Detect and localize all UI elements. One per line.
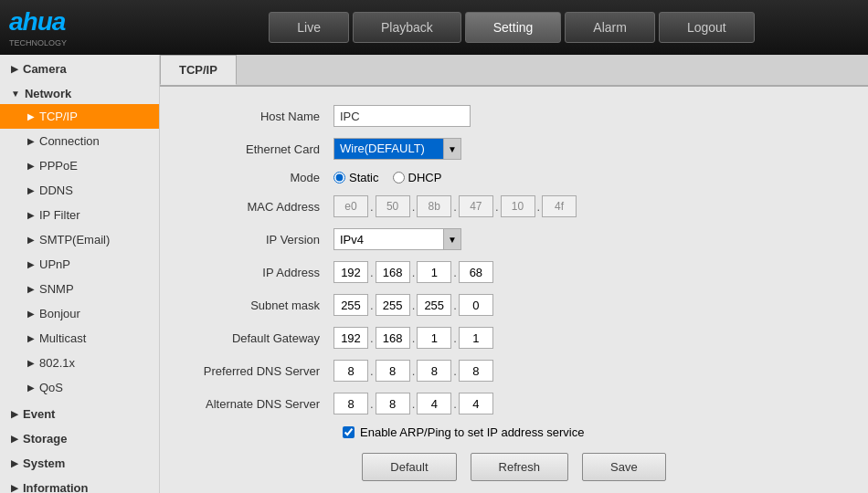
sidebar-item-ipfilter[interactable]: ▶ IP Filter bbox=[0, 203, 159, 227]
chevron-right-icon-multicast: ▶ bbox=[27, 333, 35, 343]
adns-octet-3[interactable] bbox=[417, 393, 451, 414]
ip-octet-3[interactable] bbox=[417, 261, 451, 283]
mode-dhcp-radio[interactable] bbox=[393, 172, 405, 184]
arp-checkbox[interactable] bbox=[343, 426, 355, 438]
default-gateway-label: Default Gateway bbox=[187, 331, 333, 345]
chevron-right-icon-conn: ▶ bbox=[27, 136, 35, 146]
chevron-right-icon-qos: ▶ bbox=[27, 383, 35, 393]
alternate-dns-label: Alternate DNS Server bbox=[187, 397, 333, 411]
action-buttons: Default Refresh Save bbox=[187, 453, 841, 481]
tab-tcpip[interactable]: TCP/IP bbox=[160, 55, 237, 85]
main-content: TCP/IP Host Name Ethernet Card Wire(DEFA… bbox=[160, 55, 868, 493]
gw-octet-1[interactable] bbox=[333, 327, 368, 349]
ip-version-row: IP Version IPv4 IPv6 ▼ bbox=[187, 228, 841, 250]
adns-octet-2[interactable] bbox=[376, 393, 410, 414]
mac-octet-3 bbox=[417, 195, 451, 217]
host-name-label: Host Name bbox=[187, 110, 333, 123]
chevron-right-icon-pppoe: ▶ bbox=[27, 161, 35, 171]
mac-octet-1 bbox=[333, 195, 368, 217]
gw-octet-4[interactable] bbox=[459, 327, 493, 349]
preferred-dns-label: Preferred DNS Server bbox=[187, 364, 333, 378]
sidebar-item-camera[interactable]: ▶ Camera bbox=[0, 55, 159, 79]
logo-sub: TECHNOLOGY bbox=[9, 38, 67, 47]
ip-version-select[interactable]: IPv4 IPv6 bbox=[333, 228, 461, 250]
mode-dhcp-option[interactable]: DHCP bbox=[393, 171, 442, 184]
chevron-right-icon-snmp: ▶ bbox=[27, 284, 35, 294]
mac-octet-6 bbox=[542, 195, 577, 217]
default-gateway-row: Default Gateway . . . bbox=[187, 327, 841, 349]
mode-static-label: Static bbox=[349, 171, 379, 184]
sidebar-item-network[interactable]: ▼ Network bbox=[0, 79, 159, 104]
chevron-right-icon-ddns: ▶ bbox=[27, 185, 35, 195]
nav-tab-setting[interactable]: Setting bbox=[465, 12, 562, 43]
subnet-octet-1[interactable] bbox=[333, 294, 368, 316]
chevron-right-icon-event: ▶ bbox=[11, 409, 18, 419]
pdns-octet-2[interactable] bbox=[376, 360, 410, 382]
ethernet-card-select-wrap: Wire(DEFAULT) ▼ bbox=[333, 138, 461, 160]
sidebar-item-bonjour[interactable]: ▶ Bonjour bbox=[0, 301, 159, 326]
chevron-right-icon: ▶ bbox=[11, 64, 18, 74]
chevron-right-icon-upnp: ▶ bbox=[27, 259, 35, 269]
sidebar-item-ddns[interactable]: ▶ DDNS bbox=[0, 178, 159, 203]
mode-dhcp-label: DHCP bbox=[408, 171, 442, 184]
nav-tab-logout[interactable]: Logout bbox=[659, 12, 755, 43]
logo-area: ahua TECHNOLOGY bbox=[0, 7, 155, 47]
chevron-right-icon-system: ▶ bbox=[11, 458, 18, 468]
pdns-octet-1[interactable] bbox=[333, 360, 368, 382]
chevron-right-icon-ipfilter: ▶ bbox=[27, 210, 35, 220]
pdns-octet-3[interactable] bbox=[417, 360, 451, 382]
subnet-mask-row: Subnet mask . . . bbox=[187, 294, 841, 316]
preferred-dns-group: . . . bbox=[333, 360, 493, 382]
sidebar-item-qos[interactable]: ▶ QoS bbox=[0, 375, 159, 400]
default-button[interactable]: Default bbox=[362, 453, 456, 481]
ip-octet-2[interactable] bbox=[376, 261, 410, 283]
adns-octet-1[interactable] bbox=[333, 393, 368, 414]
pdns-octet-4[interactable] bbox=[459, 360, 493, 382]
sidebar-item-information[interactable]: ▶ Information bbox=[0, 474, 159, 493]
sidebar-item-pppoe[interactable]: ▶ PPPoE bbox=[0, 153, 159, 178]
nav-tabs: Live Playback Setting Alarm Logout bbox=[155, 12, 868, 43]
ip-version-label: IP Version bbox=[187, 233, 333, 246]
chevron-right-icon-information: ▶ bbox=[11, 483, 18, 493]
tab-bar: TCP/IP bbox=[160, 55, 868, 87]
host-name-input[interactable] bbox=[333, 105, 471, 127]
alternate-dns-row: Alternate DNS Server . . . bbox=[187, 393, 841, 414]
logo-text: ahua bbox=[9, 7, 67, 37]
mode-row: Mode Static DHCP bbox=[187, 171, 841, 184]
sidebar-item-multicast[interactable]: ▶ Multicast bbox=[0, 326, 159, 351]
arp-label: Enable ARP/Ping to set IP address servic… bbox=[360, 425, 584, 439]
sidebar-item-upnp[interactable]: ▶ UPnP bbox=[0, 252, 159, 277]
mode-static-option[interactable]: Static bbox=[333, 171, 379, 184]
sidebar-item-tcpip[interactable]: ▶ TCP/IP bbox=[0, 104, 159, 129]
sidebar-item-system[interactable]: ▶ System bbox=[0, 449, 159, 474]
ethernet-card-row: Ethernet Card Wire(DEFAULT) ▼ bbox=[187, 138, 841, 160]
nav-tab-playback[interactable]: Playback bbox=[353, 12, 461, 43]
gw-octet-3[interactable] bbox=[417, 327, 451, 349]
form-area: Host Name Ethernet Card Wire(DEFAULT) ▼ … bbox=[160, 87, 868, 493]
save-button[interactable]: Save bbox=[582, 453, 666, 481]
subnet-octet-4[interactable] bbox=[459, 294, 493, 316]
nav-tab-live[interactable]: Live bbox=[269, 12, 349, 43]
sidebar-item-smtp[interactable]: ▶ SMTP(Email) bbox=[0, 227, 159, 252]
sidebar-item-event[interactable]: ▶ Event bbox=[0, 400, 159, 425]
mac-address-group: . . . . . bbox=[333, 195, 577, 217]
nav-tab-alarm[interactable]: Alarm bbox=[565, 12, 655, 43]
sidebar-item-storage[interactable]: ▶ Storage bbox=[0, 425, 159, 449]
sidebar-item-connection[interactable]: ▶ Connection bbox=[0, 129, 159, 153]
refresh-button[interactable]: Refresh bbox=[471, 453, 569, 481]
arp-checkbox-row: Enable ARP/Ping to set IP address servic… bbox=[343, 425, 841, 439]
sidebar-item-8021x[interactable]: ▶ 802.1x bbox=[0, 351, 159, 375]
ip-octet-1[interactable] bbox=[333, 261, 368, 283]
chevron-right-icon-tcpip: ▶ bbox=[27, 111, 35, 121]
gw-octet-2[interactable] bbox=[376, 327, 410, 349]
chevron-down-icon: ▼ bbox=[11, 89, 20, 99]
ip-octet-4[interactable] bbox=[459, 261, 493, 283]
host-name-row: Host Name bbox=[187, 105, 841, 127]
subnet-mask-group: . . . bbox=[333, 294, 493, 316]
mode-static-radio[interactable] bbox=[333, 172, 345, 184]
subnet-octet-2[interactable] bbox=[376, 294, 410, 316]
adns-octet-4[interactable] bbox=[459, 393, 493, 414]
mac-octet-4 bbox=[459, 195, 493, 217]
sidebar-item-snmp[interactable]: ▶ SNMP bbox=[0, 277, 159, 301]
subnet-octet-3[interactable] bbox=[417, 294, 451, 316]
